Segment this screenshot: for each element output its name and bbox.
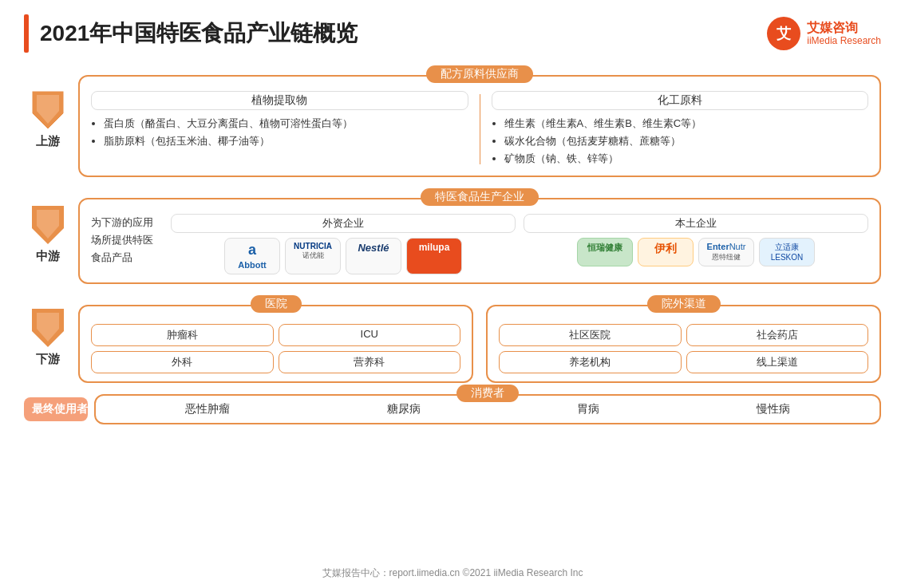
header-accent-bar: [24, 14, 29, 53]
final-label: 最终使用者: [24, 397, 88, 421]
footer-text: 艾媒报告中心：report.iimedia.cn ©2021 iiMedia R…: [322, 567, 583, 578]
enternutr-logo: EnterNutr 恩特纽健: [698, 238, 754, 266]
upstream-label: 上游: [36, 134, 60, 149]
leskon-logo: 立适康LESKON: [759, 238, 815, 266]
midstream-label: 中游: [36, 249, 60, 264]
upstream-inner: 植物提取物 蛋白质（酪蛋白、大豆分离蛋白、植物可溶性蛋白等） 脂肪原料（包括玉米…: [91, 85, 868, 168]
divider: [480, 94, 480, 164]
logo-text: 艾媒咨询 iiMedia Research: [807, 20, 881, 47]
milupa-logo: milupa: [406, 238, 462, 274]
foreign-title: 外资企业: [171, 214, 516, 233]
consumer-4: 慢性病: [757, 402, 790, 416]
header: 2021年中国特医食品产业链概览 艾 艾媒咨询 iiMedia Research: [0, 0, 905, 61]
consumer-1: 恶性肿瘤: [185, 402, 230, 416]
consumers-label: 消费者: [456, 385, 519, 402]
consumers-box: 消费者 恶性肿瘤 糖尿病 胃病 慢性病: [94, 394, 881, 424]
consumer-3: 胃病: [577, 402, 599, 416]
page-title: 2021年中国特医食品产业链概览: [40, 18, 358, 49]
upstream-left-title: 植物提取物: [91, 91, 468, 110]
hospital-cell-3: 外科: [91, 351, 274, 373]
logo-icon: 艾: [767, 17, 800, 50]
hospital-cell-1: 肿瘤科: [91, 324, 274, 346]
consumer-2: 糖尿病: [387, 402, 421, 416]
midstream-box-label: 特医食品生产企业: [421, 188, 539, 206]
hengrei-logo: 恒瑞健康: [577, 238, 633, 266]
outside-box: 院外渠道 社区医院 社会药店 养老机构 线上渠道: [486, 305, 881, 383]
outside-grid: 社区医院 社会药店 养老机构 线上渠道: [499, 318, 868, 373]
midstream-companies: 外资企业 a Abbott NUTRICIA 诺优能 Nestl: [171, 214, 868, 274]
foreign-section: 外资企业 a Abbott NUTRICIA 诺优能 Nestl: [171, 214, 516, 274]
upstream-left-col: 植物提取物 蛋白质（酪蛋白、大豆分离蛋白、植物可溶性蛋白等） 脂肪原料（包括玉米…: [91, 91, 468, 168]
nestle-logo: Nestlé: [346, 238, 401, 274]
yili-logo: 伊利: [638, 238, 694, 266]
outside-cell-1: 社区医院: [499, 324, 682, 346]
downstream-chevron-icon: [29, 307, 67, 349]
logo-en: iiMedia Research: [807, 35, 881, 46]
upstream-chevron-icon: [29, 89, 67, 131]
domestic-section: 本土企业 恒瑞健康 伊利 EnterNutr 恩特纽健: [524, 214, 868, 274]
list-item: 脂肪原料（包括玉米油、椰子油等）: [104, 132, 468, 150]
hospital-grid: 肿瘤科 ICU 外科 营养科: [91, 318, 460, 373]
hospital-label: 医院: [251, 295, 302, 313]
midstream-desc: 为下游的应用场所提供特医食品产品: [91, 214, 163, 266]
main-content: 上游 配方原料供应商 植物提取物 蛋白质（酪蛋白、大豆分离蛋白、植物可溶性蛋白等…: [0, 61, 905, 424]
logo-cn: 艾媒咨询: [807, 20, 881, 35]
downstream-label: 下游: [36, 352, 60, 367]
midstream-chevron-icon: [29, 204, 67, 246]
midstream-inner: 为下游的应用场所提供特医食品产品 外资企业 a Abbott NUTRICIA: [91, 207, 868, 274]
midstream-box: 特医食品生产企业 为下游的应用场所提供特医食品产品 外资企业 a Abbott: [78, 198, 881, 284]
upstream-right-title: 化工原料: [492, 91, 869, 110]
final-row: 最终使用者 消费者 恶性肿瘤 糖尿病 胃病 慢性病: [24, 394, 881, 424]
hospital-cell-2: ICU: [279, 324, 461, 346]
domestic-logos: 恒瑞健康 伊利 EnterNutr 恩特纽健 立适康LESKON: [524, 238, 868, 266]
list-item: 蛋白质（酪蛋白、大豆分离蛋白、植物可溶性蛋白等）: [104, 115, 468, 132]
upstream-box-label: 配方原料供应商: [426, 65, 533, 83]
upstream-side: 上游: [24, 61, 72, 177]
list-item: 维生素（维生素A、维生素B、维生素C等）: [504, 115, 869, 132]
outside-cell-4: 线上渠道: [686, 351, 869, 373]
logo-area: 艾 艾媒咨询 iiMedia Research: [767, 17, 881, 50]
midstream-row: 中游 特医食品生产企业 为下游的应用场所提供特医食品产品 外资企业 a Abbo…: [24, 184, 881, 284]
list-item: 矿物质（钠、铁、锌等）: [504, 150, 869, 168]
upstream-right-col: 化工原料 维生素（维生素A、维生素B、维生素C等） 碳水化合物（包括麦芽糖精、蔗…: [492, 91, 869, 168]
domestic-title: 本土企业: [524, 214, 868, 233]
midstream-side: 中游: [24, 184, 72, 284]
upstream-box: 配方原料供应商 植物提取物 蛋白质（酪蛋白、大豆分离蛋白、植物可溶性蛋白等） 脂…: [78, 75, 881, 177]
hospital-cell-4: 营养科: [279, 351, 461, 373]
upstream-right-list: 维生素（维生素A、维生素B、维生素C等） 碳水化合物（包括麦芽糖精、蔗糖等） 矿…: [492, 115, 869, 168]
outside-cell-2: 社会药店: [686, 324, 869, 346]
upstream-row: 上游 配方原料供应商 植物提取物 蛋白质（酪蛋白、大豆分离蛋白、植物可溶性蛋白等…: [24, 61, 881, 177]
nutricia-logo: NUTRICIA 诺优能: [285, 238, 341, 274]
downstream-row: 下游 医院 肿瘤科 ICU 外科 营养科 院外渠道 社区医院 社会药店 养老机构: [24, 290, 881, 383]
footer: 艾媒报告中心：report.iimedia.cn ©2021 iiMedia R…: [0, 566, 905, 580]
outside-cell-3: 养老机构: [499, 351, 682, 373]
hospital-box: 医院 肿瘤科 ICU 外科 营养科: [78, 305, 473, 383]
foreign-logos: a Abbott NUTRICIA 诺优能 Nestlé m: [171, 238, 516, 274]
upstream-left-list: 蛋白质（酪蛋白、大豆分离蛋白、植物可溶性蛋白等） 脂肪原料（包括玉米油、椰子油等…: [91, 115, 468, 150]
abbott-logo: a Abbott: [224, 238, 280, 274]
downstream-side: 下游: [24, 290, 72, 383]
outside-label: 院外渠道: [647, 295, 721, 313]
list-item: 碳水化合物（包括麦芽糖精、蔗糖等）: [504, 132, 869, 150]
